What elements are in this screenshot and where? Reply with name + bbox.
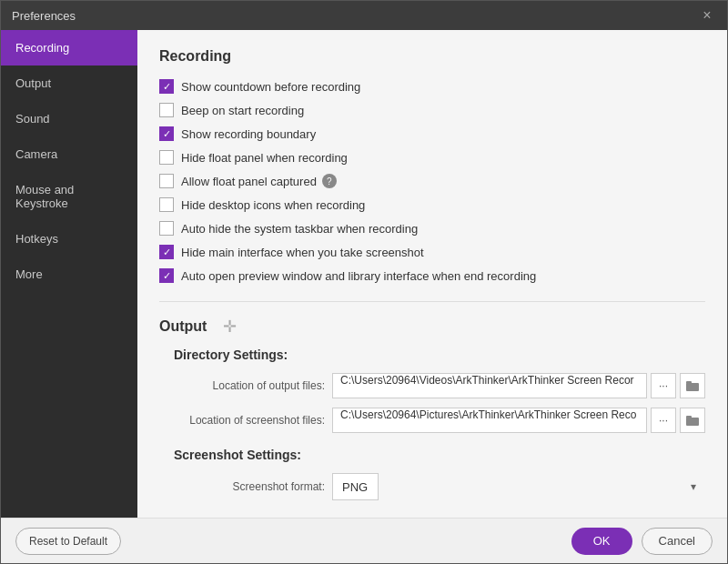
main-panel: Recording Show countdown before recordin… [137,30,727,518]
screenshot-location-row: Location of screenshot files: C:\Users\2… [159,408,705,433]
checkbox-label-auto-hide-taskbar: Auto hide the system taskbar when record… [181,222,418,236]
output-title: Output [159,318,207,335]
output-location-row: Location of output files: C:\Users\20964… [159,373,705,398]
sidebar-item-hotkeys[interactable]: Hotkeys [1,221,137,257]
recording-title: Recording [159,48,705,65]
checkbox-row-auto-hide-taskbar: Auto hide the system taskbar when record… [159,221,705,236]
screenshot-location-label: Location of screenshot files: [159,414,332,427]
checkbox-countdown[interactable] [159,79,174,94]
checkbox-label-auto-open: Auto open preview window and library int… [181,269,536,283]
checkbox-auto-hide-taskbar[interactable] [159,221,174,236]
output-location-label: Location of output files: [159,379,332,392]
output-dots-button[interactable]: ··· [651,373,676,398]
help-icon[interactable]: ? [322,174,337,188]
footer: Reset to Default OK Cancel [1,518,727,563]
sidebar-item-sound[interactable]: Sound [1,101,137,136]
checkbox-label-hide-float: Hide float panel when recording [181,151,348,165]
svg-rect-3 [686,416,692,418]
checkbox-row-countdown: Show countdown before recording [159,79,705,94]
output-header: Output ✛ [159,317,705,337]
section-divider [159,301,705,302]
screenshot-folder-button[interactable] [680,408,705,433]
preferences-window: Preferences × Recording Output Sound Cam… [0,0,728,564]
cancel-button[interactable]: Cancel [642,528,713,555]
checkbox-boundary[interactable] [159,126,174,141]
checkbox-auto-open[interactable] [159,268,174,283]
svg-rect-1 [686,381,692,384]
checkbox-row-hide-float: Hide float panel when recording [159,150,705,165]
checkbox-hide-desktop[interactable] [159,197,174,212]
checkbox-hide-float[interactable] [159,150,174,165]
checkbox-row-beep: Beep on start recording [159,103,705,117]
close-button[interactable]: × [698,6,716,25]
format-select-wrapper: PNG JPG BMP GIF [332,473,705,500]
screenshot-settings-title: Screenshot Settings: [174,448,705,462]
directory-title: Directory Settings: [174,347,705,362]
titlebar: Preferences × [1,1,727,30]
checkbox-hide-main[interactable] [159,245,174,259]
checkbox-label-hide-main: Hide main interface when you take screen… [181,246,424,259]
checkbox-row-auto-open: Auto open preview window and library int… [159,268,705,283]
output-location-input[interactable]: C:\Users\20964\Videos\ArkThinker\ArkThin… [332,373,647,398]
sidebar-item-output[interactable]: Output [1,65,137,101]
sidebar-item-camera[interactable]: Camera [1,136,137,172]
sidebar-item-mouse-keystroke[interactable]: Mouse and Keystroke [1,172,137,221]
checkbox-label-countdown: Show countdown before recording [181,80,360,94]
format-row: Screenshot format: PNG JPG BMP GIF [159,473,705,500]
checkbox-row-hide-desktop: Hide desktop icons when recording [159,197,705,212]
screenshot-dots-button[interactable]: ··· [651,408,676,433]
checkbox-beep[interactable] [159,103,174,117]
ok-button[interactable]: OK [571,528,632,555]
recording-checkboxes: Show countdown before recording Beep on … [159,79,705,283]
format-label: Screenshot format: [159,480,332,493]
checkbox-row-allow-float: Allow float panel captured ? [159,174,705,188]
svg-rect-0 [686,383,699,391]
output-section: Output ✛ Directory Settings: Location of… [159,317,705,500]
checkbox-label-hide-desktop: Hide desktop icons when recording [181,198,365,212]
reset-button[interactable]: Reset to Default [15,528,121,555]
checkbox-row-hide-main: Hide main interface when you take screen… [159,245,705,259]
format-select[interactable]: PNG JPG BMP GIF [332,473,379,500]
sidebar: Recording Output Sound Camera Mouse and … [1,30,137,518]
sidebar-item-more[interactable]: More [1,257,137,292]
svg-rect-2 [686,418,699,426]
screenshot-location-input[interactable]: C:\Users\20964\Pictures\ArkThinker\ArkTh… [332,408,647,433]
output-folder-button[interactable] [680,373,705,398]
window-title: Preferences [12,9,76,23]
content-area: Recording Output Sound Camera Mouse and … [1,30,727,518]
footer-right: OK Cancel [571,528,713,555]
sidebar-item-recording[interactable]: Recording [1,30,137,65]
screenshot-settings-section: Screenshot Settings: Screenshot format: … [159,448,705,500]
checkbox-label-boundary: Show recording boundary [181,127,316,141]
output-location-container: C:\Users\20964\Videos\ArkThinker\ArkThin… [332,373,705,398]
checkbox-label-beep: Beep on start recording [181,104,304,117]
checkbox-row-boundary: Show recording boundary [159,126,705,141]
screenshot-location-container: C:\Users\20964\Pictures\ArkThinker\ArkTh… [332,408,705,433]
checkbox-allow-float[interactable] [159,174,174,188]
move-icon: ✛ [223,317,237,337]
checkbox-label-allow-float: Allow float panel captured ? [181,174,337,188]
